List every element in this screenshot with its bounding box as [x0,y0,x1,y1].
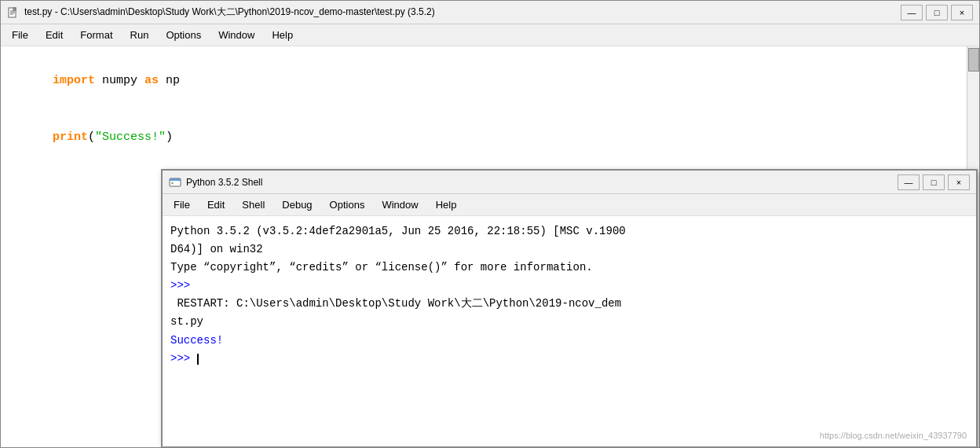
shell-menu-debug[interactable]: Debug [274,196,320,213]
shell-prompt-2: >>> [170,352,197,365]
menu-file[interactable]: File [4,27,36,43]
editor-minimize-button[interactable]: — [901,5,923,20]
shell-output-line-2: D64)] on win32 [170,241,968,259]
shell-title-left: » Python 3.5.2 Shell [169,176,262,189]
scrollbar-thumb[interactable] [968,48,979,72]
keyword-print: print [53,130,88,144]
shell-output-line-6: st.py [170,313,968,331]
shell-output-line-4: >>> [170,277,968,295]
svg-text:»: » [171,181,174,185]
code-text: ( [88,130,95,144]
menu-options[interactable]: Options [158,27,209,43]
svg-rect-1 [13,8,16,10]
code-text: np [159,74,180,87]
editor-maximize-button[interactable]: □ [926,5,948,20]
code-line-2: print("Success!") [10,109,970,166]
editor-title-text: test.py - C:\Users\admin\Desktop\Study W… [24,6,435,19]
shell-menu-file[interactable]: File [166,196,198,213]
shell-menu-help[interactable]: Help [428,196,465,213]
shell-menu-shell[interactable]: Shell [234,196,272,213]
shell-title-text: Python 3.5.2 Shell [186,177,262,188]
string-literal: "Success!" [95,130,166,144]
shell-cursor [197,354,199,365]
success-text: Success! [170,334,223,347]
shell-window: » Python 3.5.2 Shell — □ × File Edit She… [161,169,978,448]
keyword-import: import [53,74,95,87]
shell-output-area[interactable]: Python 3.5.2 (v3.5.2:4def2a2901a5, Jun 2… [163,216,976,446]
editor-menu-bar: File Edit Format Run Options Window Help [1,24,979,46]
shell-minimize-button[interactable]: — [898,174,920,190]
shell-output-line-3: Type “copyright”, “credits” or “license(… [170,259,968,277]
menu-format[interactable]: Format [72,27,120,43]
code-text: ) [166,130,173,144]
shell-maximize-button[interactable]: □ [923,174,945,190]
editor-title-left: test.py - C:\Users\admin\Desktop\Study W… [7,6,435,19]
menu-help[interactable]: Help [264,27,301,43]
shell-title-bar: » Python 3.5.2 Shell — □ × [163,171,976,194]
editor-window-controls: — □ × [901,5,973,20]
menu-edit[interactable]: Edit [38,27,71,43]
editor-file-icon [7,6,20,19]
shell-menu-options[interactable]: Options [322,196,373,213]
editor-title-bar: test.py - C:\Users\admin\Desktop\Study W… [1,1,979,24]
watermark-text: https://blog.csdn.net/weixin_43937790 [820,431,967,440]
shell-menu-edit[interactable]: Edit [199,196,232,213]
shell-output-line-1: Python 3.5.2 (v3.5.2:4def2a2901a5, Jun 2… [170,222,968,241]
code-text: numpy [95,74,144,87]
shell-close-button[interactable]: × [948,174,970,190]
shell-prompt-1: >>> [170,279,197,292]
shell-icon: » [169,176,181,189]
editor-close-button[interactable]: × [951,5,973,20]
shell-output-line-5: RESTART: C:\Users\admin\Desktop\Study Wo… [170,295,968,313]
code-line-1: import numpy as np [10,53,970,109]
shell-output-prompt: >>> [170,350,968,368]
shell-window-controls: — □ × [898,174,970,190]
shell-menu-bar: File Edit Shell Debug Options Window Hel… [163,194,976,216]
menu-run[interactable]: Run [122,27,157,43]
menu-window[interactable]: Window [210,27,262,43]
shell-menu-window[interactable]: Window [374,196,426,213]
keyword-as: as [144,74,159,87]
shell-output-success: Success! [170,332,968,350]
